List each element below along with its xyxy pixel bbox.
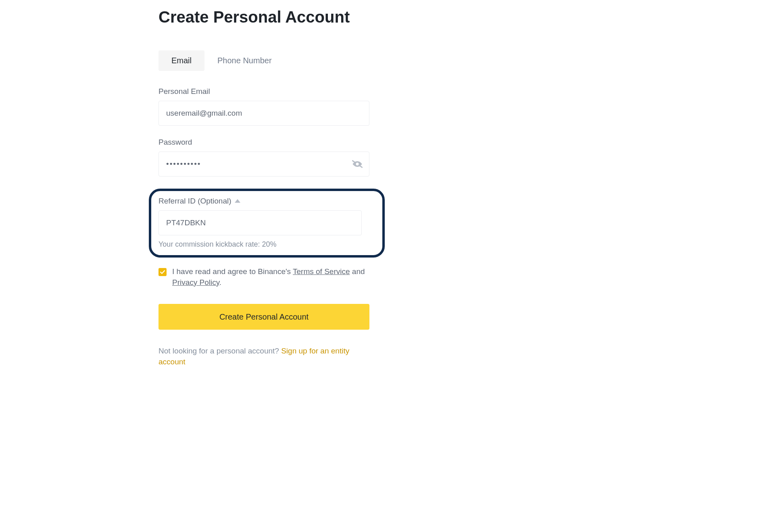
referral-input[interactable]	[158, 210, 362, 235]
terms-of-service-link[interactable]: Terms of Service	[293, 267, 350, 276]
password-input[interactable]	[158, 152, 369, 177]
consent-middle: and	[350, 267, 365, 276]
svg-point-0	[356, 163, 359, 166]
referral-helper: Your commission kickback rate: 20%	[158, 240, 375, 249]
consent-row: I have read and agree to Binance's Terms…	[158, 266, 369, 288]
consent-suffix: .	[219, 278, 221, 287]
consent-prefix: I have read and agree to Binance's	[172, 267, 293, 276]
page-title: Create Personal Account	[158, 8, 369, 26]
hide-password-icon[interactable]	[352, 158, 363, 170]
referral-input-wrapper	[158, 210, 375, 235]
email-input[interactable]	[158, 101, 369, 126]
email-label: Personal Email	[158, 87, 369, 96]
footer-text: Not looking for a personal account? Sign…	[158, 346, 369, 367]
tabs: Email Phone Number	[158, 50, 369, 71]
signup-form: Create Personal Account Email Phone Numb…	[158, 0, 369, 367]
tab-email[interactable]: Email	[158, 50, 204, 71]
footer-prefix: Not looking for a personal account?	[158, 347, 281, 355]
password-field-group: Password	[158, 138, 369, 177]
referral-label: Referral ID (Optional)	[158, 197, 231, 206]
caret-up-icon[interactable]	[235, 199, 240, 203]
referral-label-row: Referral ID (Optional)	[158, 197, 375, 206]
password-label: Password	[158, 138, 369, 147]
email-field-group: Personal Email	[158, 87, 369, 126]
tab-phone[interactable]: Phone Number	[204, 50, 285, 71]
create-account-button[interactable]: Create Personal Account	[158, 304, 369, 330]
email-input-wrapper	[158, 101, 369, 126]
password-input-wrapper	[158, 152, 369, 177]
privacy-policy-link[interactable]: Privacy Policy	[172, 278, 219, 287]
referral-highlight: Referral ID (Optional) Your commission k…	[149, 189, 385, 258]
consent-label: I have read and agree to Binance's Terms…	[172, 266, 369, 288]
consent-checkbox[interactable]	[158, 268, 167, 276]
referral-field-group: Referral ID (Optional) Your commission k…	[158, 197, 375, 249]
